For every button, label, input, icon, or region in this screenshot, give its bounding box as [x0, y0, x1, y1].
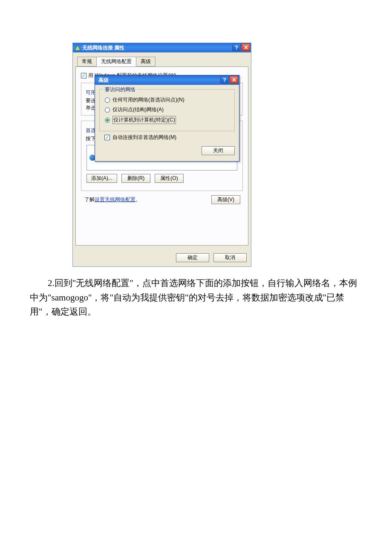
close-button[interactable]: ✕ [242, 43, 250, 51]
svg-marker-0 [75, 45, 80, 50]
properties-button[interactable]: 属性(O) [155, 174, 184, 183]
learn-link[interactable]: 设置无线网络配置 [95, 197, 135, 202]
advanced-overlay-dialog: 高级 ? ✕ 要访问的网络 任何可用的网络(首选访问点)(N) 仅访问点(结构)… [95, 75, 239, 162]
radio-icon[interactable] [105, 107, 110, 113]
remove-button[interactable]: 删除(R) [121, 174, 150, 183]
radio-ap-label: 仅访问点(结构)网络(A) [112, 106, 164, 113]
network-access-group: 要访问的网络 任何可用的网络(首选访问点)(N) 仅访问点(结构)网络(A) 仅… [99, 89, 235, 131]
overlay-titlebar[interactable]: 高级 ? ✕ [95, 75, 239, 85]
advanced-button[interactable]: 高级(V) [211, 195, 240, 204]
auto-connect-row[interactable]: ✓ 自动连接到非首选的网络(M) [104, 134, 239, 141]
radio-icon[interactable] [105, 98, 110, 103]
close-button[interactable]: ✕ [230, 76, 238, 84]
radio-any-label: 任何可用的网络(首选访问点)(N) [112, 96, 184, 104]
radio-ap-only[interactable]: 仅访问点(结构)网络(A) [105, 106, 229, 113]
help-button[interactable]: ? [232, 43, 241, 51]
ok-button[interactable]: 确定 [176, 253, 209, 262]
auto-connect-label: 自动连接到非首选的网络(M) [112, 134, 176, 141]
radio-any-network[interactable]: 任何可用的网络(首选访问点)(N) [105, 96, 229, 104]
instruction-text: 2.回到"无线网络配置"，点中首选网络下面的添加按钮，自行输入网络名，本例中为"… [30, 276, 362, 319]
group-title: 要访问的网络 [103, 86, 137, 93]
instruction-paragraph: 2.回到"无线网络配置"，点中首选网络下面的添加按钮，自行输入网络名，本例中为"… [30, 276, 362, 319]
learn-suffix: 。 [135, 197, 141, 202]
radio-adhoc-only[interactable]: 仅计算机到计算机(特定)(C) [105, 116, 229, 124]
tab-general[interactable]: 常规 [77, 57, 97, 66]
radio-selected-icon[interactable] [105, 118, 110, 123]
radio-adhoc-label: 仅计算机到计算机(特定)(C) [112, 116, 176, 124]
tab-advanced[interactable]: 高级 [136, 57, 156, 66]
wireless-properties-dialog: 无线网络连接 属性 ? ✕ 常规 无线网络配置 高级 ✓ 用 Windows 配… [72, 43, 251, 267]
checkbox-checked-icon[interactable]: ✓ [81, 73, 86, 78]
learn-text: 了解设置无线网络配置。 [84, 196, 141, 203]
tab-wireless-config[interactable]: 无线网络配置 [96, 57, 136, 66]
overlay-close-button[interactable]: 关闭 [202, 146, 235, 155]
add-button[interactable]: 添加(A)... [86, 174, 117, 183]
overlay-title-text: 高级 [98, 77, 109, 84]
main-title-text: 无线网络连接 属性 [82, 44, 124, 52]
wireless-icon [75, 45, 81, 51]
learn-prefix: 了解 [84, 197, 95, 202]
tabs: 常规 无线网络配置 高级 [77, 57, 248, 66]
help-button[interactable]: ? [220, 76, 229, 84]
cancel-button[interactable]: 取消 [213, 253, 247, 262]
checkbox-checked-icon[interactable]: ✓ [104, 135, 110, 140]
main-titlebar[interactable]: 无线网络连接 属性 ? ✕ [73, 43, 251, 52]
dialog-footer: 确定 取消 [73, 250, 251, 266]
